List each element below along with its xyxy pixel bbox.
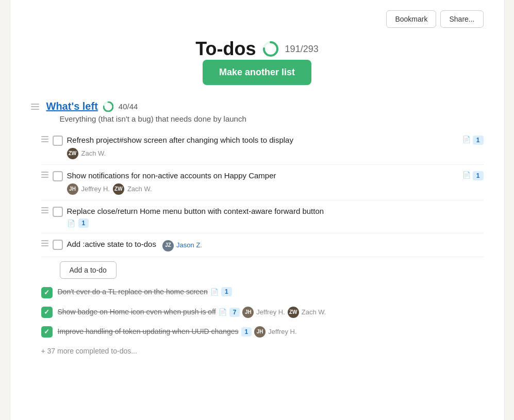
assignee-name: Jeffrey H. xyxy=(81,185,110,193)
todo-item: Show notifications for non-active accoun… xyxy=(41,165,484,200)
add-todo-button[interactable]: Add a to-do xyxy=(60,261,117,279)
todo-item: Refresh project#show screen after changi… xyxy=(41,129,484,165)
comment-badge[interactable]: 1 xyxy=(473,136,484,145)
page-title-row: To-dos 191/293 xyxy=(195,38,318,60)
section-drag-handle[interactable] xyxy=(31,104,39,110)
todo-content: Add :active state to to-dos JZ Jason Z. xyxy=(67,239,484,251)
section-title-link[interactable]: What's left xyxy=(46,100,98,112)
completed-content: Don't ever do a TL replace on the home s… xyxy=(58,287,232,297)
assignee-name: Zach W. xyxy=(81,149,106,157)
todo-text: Refresh project#show screen after changi… xyxy=(67,135,458,146)
todo-checkbox[interactable] xyxy=(53,240,63,250)
avatar: JH xyxy=(67,183,78,195)
todo-content: Refresh project#show screen after changi… xyxy=(67,135,458,159)
section-progress-circle xyxy=(103,102,113,112)
title-section: To-dos 191/293 Make another list xyxy=(31,38,484,85)
avatar: ZW xyxy=(113,183,124,195)
avatar: JZ xyxy=(162,240,174,251)
todo-content: Show notifications for non-active accoun… xyxy=(67,170,458,195)
todo-meta: ZW Zach W. xyxy=(67,148,458,159)
completed-section: ✓ Don't ever do a TL replace on the home… xyxy=(41,283,484,355)
comment-badge[interactable]: 7 xyxy=(229,308,240,317)
section-progress-count: 40/44 xyxy=(119,102,138,111)
more-completed-link[interactable]: + 37 more completed to-dos... xyxy=(41,347,484,355)
doc-icon: 📄 xyxy=(210,288,219,296)
share-button[interactable]: Share... xyxy=(440,10,483,28)
todo-drag-handle[interactable] xyxy=(41,136,48,142)
todo-checkbox[interactable] xyxy=(53,136,63,146)
todo-actions: 📄 1 xyxy=(462,170,484,180)
todo-item: Replace close/return Home menu button wi… xyxy=(41,200,484,234)
completed-content: Improve handling of token updating when … xyxy=(58,326,297,338)
avatar: JH xyxy=(254,326,266,338)
page-container: Bookmark Share... To-dos 191/293 Make an… xyxy=(10,0,505,420)
assignee-name: Zach W. xyxy=(302,308,326,316)
completed-item: ✓ Show badge on Home icon even when push… xyxy=(41,303,484,322)
header-progress-count: 191/293 xyxy=(285,44,319,55)
page-title-text: To-dos xyxy=(195,38,256,60)
todo-text: Add :active state to to-dos JZ Jason Z. xyxy=(67,239,484,251)
section-header: What's left 40/44 xyxy=(31,100,484,112)
make-another-list-button[interactable]: Make another list xyxy=(203,60,311,85)
todo-meta: JH Jeffrey H. ZW Zach W. xyxy=(67,183,458,195)
todo-text: Show notifications for non-active accoun… xyxy=(67,170,458,181)
progress-circle-large xyxy=(262,41,279,57)
completed-item: ✓ Don't ever do a TL replace on the home… xyxy=(41,283,484,303)
todo-checkbox[interactable] xyxy=(53,207,63,217)
doc-icon: 📄 xyxy=(219,308,227,316)
todo-actions: 📄 1 xyxy=(462,135,484,145)
todo-drag-handle[interactable] xyxy=(41,240,48,246)
todo-checkbox[interactable] xyxy=(53,171,63,181)
comment-badge[interactable]: 1 xyxy=(473,171,484,180)
avatar: ZW xyxy=(288,307,299,318)
todo-drag-handle[interactable] xyxy=(41,172,48,178)
avatar: ZW xyxy=(67,148,78,159)
todo-drag-handle[interactable] xyxy=(41,207,48,213)
assignee-name: Jeffrey H. xyxy=(256,308,285,316)
section-description: Everything (that isn't a bug) that needs… xyxy=(60,114,484,123)
comment-badge[interactable]: 1 xyxy=(78,219,89,228)
completed-content: Show badge on Home icon even when push i… xyxy=(58,307,326,318)
assignee-name: Jason Z. xyxy=(176,241,202,250)
todo-list: Refresh project#show screen after changi… xyxy=(41,129,484,257)
completed-meta: Show badge on Home icon even when push i… xyxy=(58,307,326,318)
completed-text: Improve handling of token updating when … xyxy=(58,327,239,337)
todo-meta: 📄 1 xyxy=(67,219,484,228)
assignee-name: Zach W. xyxy=(127,185,152,193)
assignee-name: Jeffrey H. xyxy=(268,328,296,335)
completed-text: Show badge on Home icon even when push i… xyxy=(58,307,216,317)
completed-meta: Don't ever do a TL replace on the home s… xyxy=(58,287,232,297)
comment-badge[interactable]: 1 xyxy=(221,287,232,296)
doc-icon: 📄 xyxy=(462,171,471,179)
top-actions: Bookmark Share... xyxy=(31,10,484,28)
comment-badge[interactable]: 1 xyxy=(241,327,252,337)
completed-item: ✓ Improve handling of token updating whe… xyxy=(41,322,484,342)
completed-checkbox: ✓ xyxy=(41,326,53,338)
doc-icon: 📄 xyxy=(462,136,471,143)
bookmark-button[interactable]: Bookmark xyxy=(386,10,436,28)
completed-meta: Improve handling of token updating when … xyxy=(58,326,297,338)
avatar: JH xyxy=(242,307,254,318)
todo-item: Add :active state to to-dos JZ Jason Z. xyxy=(41,233,484,257)
doc-icon: 📄 xyxy=(67,220,75,227)
todo-content: Replace close/return Home menu button wi… xyxy=(67,206,484,228)
completed-checkbox: ✓ xyxy=(41,307,53,318)
completed-checkbox: ✓ xyxy=(41,287,53,298)
completed-text: Don't ever do a TL replace on the home s… xyxy=(58,287,208,297)
todo-text: Replace close/return Home menu button wi… xyxy=(67,206,484,217)
